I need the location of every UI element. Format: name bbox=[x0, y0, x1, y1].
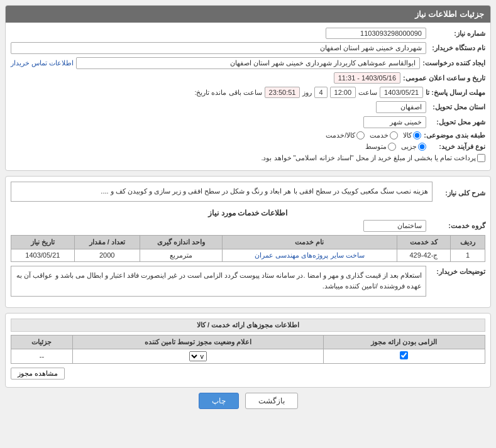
province-value: اصفهان bbox=[376, 101, 426, 113]
payment-note: پرداخت تمام یا بخشی از مبلغ خرید از محل … bbox=[261, 154, 476, 162]
process-option-motevaset[interactable]: متوسط bbox=[365, 143, 396, 151]
cell-name[interactable]: ساخت سایر پروژه‌های مهندسی عمران bbox=[223, 249, 397, 261]
payment-checkbox[interactable] bbox=[477, 154, 485, 162]
response-time: 12:00 bbox=[330, 87, 356, 98]
creator-label: ایجاد کننده درخواست: bbox=[422, 59, 485, 67]
payment-checkbox-item[interactable]: پرداخت تمام یا بخشی از مبلغ خرید از محل … bbox=[261, 154, 485, 162]
page-title: جزئیات اطلاعات نیاز bbox=[6, 6, 490, 23]
service-group-value: ساختمان bbox=[363, 220, 426, 232]
process-jozii-label: جزیی bbox=[401, 143, 417, 151]
cell-unit: مترمربع bbox=[140, 249, 223, 261]
service-info-title: اطلاعات خدمات مورد نیاز bbox=[11, 209, 485, 217]
datetime-value: 1403/05/16 - 11:31 bbox=[334, 72, 400, 84]
col-date: تاریخ نیاز bbox=[11, 235, 75, 249]
col-code: کد خدمت bbox=[397, 235, 451, 249]
cell-row-num: 1 bbox=[451, 249, 485, 261]
cell-quantity: 2000 bbox=[74, 249, 140, 261]
permit-col-status: اعلام وضعیت مجوز توسط تامین کننده bbox=[72, 335, 323, 349]
category-option-khedmat[interactable]: خدمت bbox=[370, 131, 398, 139]
permit-required-cell bbox=[323, 349, 485, 363]
category-radio-kala[interactable] bbox=[413, 131, 421, 139]
response-days-label: روز bbox=[302, 89, 312, 97]
category-khedmat-label: خدمت bbox=[370, 131, 389, 139]
permit-details-cell: -- bbox=[11, 349, 73, 363]
permit-details-separator: -- bbox=[40, 352, 44, 360]
back-button[interactable]: بازگشت bbox=[245, 393, 298, 409]
category-label: طبقه بندی موضوعی: bbox=[424, 131, 485, 139]
permit-section-title: اطلاعات مجوزهای ارائه خدمت / کالا bbox=[11, 319, 485, 332]
category-kala-label: کالا bbox=[403, 131, 412, 139]
category-kala-khedmat-label: کالا/خدمت bbox=[326, 131, 355, 139]
permit-status-select[interactable]: v bbox=[189, 351, 207, 361]
category-option-kala[interactable]: کالا bbox=[403, 131, 421, 139]
col-quantity: تعداد / مقدار bbox=[74, 235, 140, 249]
table-row: 1 ج-42-429 ساخت سایر پروژه‌های مهندسی عم… bbox=[11, 249, 485, 261]
permit-col-required: الزامی بودن ارائه مجوز bbox=[323, 335, 485, 349]
category-radio-group: کالا خدمت کالا/خدمت bbox=[326, 131, 421, 139]
response-remaining-label: ساعت باقی مانده تاریخ: bbox=[194, 89, 262, 97]
response-deadline-label: مهلت ارسال پاسخ: تا bbox=[426, 89, 485, 97]
service-group-label: گروه خدمت: bbox=[429, 222, 485, 230]
category-radio-khedmat[interactable] bbox=[390, 131, 398, 139]
process-radio-group: جزیی متوسط bbox=[365, 143, 426, 151]
need-number-label: شماره نیاز: bbox=[429, 30, 485, 38]
response-remaining: 23:50:51 bbox=[265, 87, 300, 98]
permit-required-checkbox[interactable] bbox=[400, 351, 408, 359]
response-date: 1403/05/21 bbox=[380, 87, 423, 98]
desc-label: شرح کلی نیاز: bbox=[435, 189, 485, 197]
buyer-name-value: شهرداری خمینی شهر استان اصفهان bbox=[11, 42, 426, 54]
buyer-notes-content: استعلام بعد از قیمت گذاری و مهر و امضا .… bbox=[11, 266, 426, 297]
creator-value: ابوالقاسم عموشاهی کاربردار شهرداری خمینی… bbox=[76, 57, 420, 69]
city-label: شهر محل تحویل: bbox=[429, 118, 485, 126]
permit-status-cell: v bbox=[72, 349, 323, 363]
service-table: ردیف کد خدمت نام خدمت واحد اندازه گیری ت… bbox=[11, 235, 485, 262]
view-permit-button[interactable]: مشاهده مجوز bbox=[11, 368, 65, 380]
category-radio-kala-khedmat[interactable] bbox=[356, 131, 365, 139]
category-option-kala-khedmat[interactable]: کالا/خدمت bbox=[326, 131, 365, 139]
process-radio-motevaset[interactable] bbox=[388, 143, 396, 151]
datetime-label: تاریخ و ساعت اعلان عمومی: bbox=[403, 74, 485, 82]
process-option-jozii[interactable]: جزیی bbox=[401, 143, 426, 151]
col-row-num: ردیف bbox=[451, 235, 485, 249]
province-label: استان محل تحویل: bbox=[429, 103, 485, 111]
col-name: نام خدمت bbox=[223, 235, 397, 249]
response-days: 4 bbox=[314, 87, 327, 98]
permit-table: الزامی بودن ارائه مجوز اعلام وضعیت مجوز … bbox=[11, 335, 485, 364]
response-time-label: ساعت bbox=[358, 89, 377, 97]
need-number-value: 1103093298000090 bbox=[326, 28, 426, 39]
process-motevaset-label: متوسط bbox=[365, 143, 387, 151]
desc-content: هزینه نصب سنگ مکعبی کوبیک در سطح افقی با… bbox=[11, 182, 433, 202]
bottom-buttons: بازگشت چاپ bbox=[5, 393, 491, 409]
process-type-label: نوع فرآیند خرید: bbox=[429, 143, 485, 151]
city-value: خمینی شهر bbox=[363, 116, 426, 128]
contact-link[interactable]: اطلاعات تماس خریدار bbox=[11, 59, 74, 67]
process-radio-jozii[interactable] bbox=[418, 143, 426, 151]
buyer-notes-label: توضیحات خریدار: bbox=[429, 266, 485, 276]
permit-col-details: جزئیات bbox=[11, 335, 73, 349]
cell-code: ج-42-429 bbox=[397, 249, 451, 261]
print-button[interactable]: چاپ bbox=[199, 393, 239, 409]
buyer-name-label: نام دستگاه خریدار: bbox=[429, 44, 485, 52]
cell-date: 1403/05/21 bbox=[11, 249, 75, 261]
permit-table-row: v -- bbox=[11, 349, 485, 363]
col-unit: واحد اندازه گیری bbox=[140, 235, 223, 249]
